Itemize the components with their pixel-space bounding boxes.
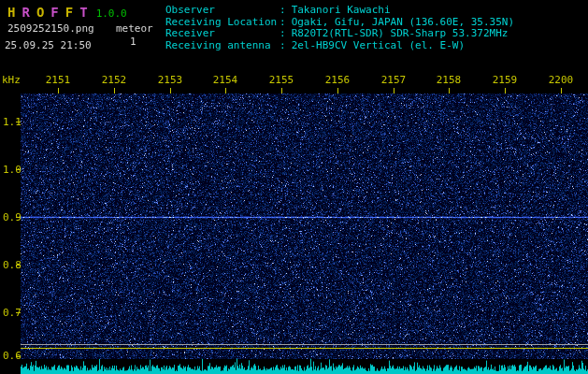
y-tick-label: 1.0 (3, 164, 21, 176)
x-tick-label: 2154 (211, 74, 239, 86)
x-tick-label: 2157 (380, 74, 408, 86)
app-title: HROFFT1.0.0 (7, 5, 127, 20)
output-filename: 2509252150.png (7, 22, 94, 35)
x-tick-label: 2159 (491, 74, 519, 86)
y-tick-label: 1.1 (3, 116, 21, 128)
info-label: Observer (165, 5, 280, 17)
info-value: 2el-HB9CV Vertical (el. E-W) (292, 39, 465, 51)
y-axis-unit-label: kHz (2, 74, 21, 86)
info-value: Ogaki, Gifu, JAPAN (136.60E, 35.35N) (292, 16, 514, 28)
info-row-antenna: Receiving antenna:2el-HB9CV Vertical (el… (165, 40, 514, 52)
station-info: Observer:Takanori Kawachi Receiving Loca… (165, 5, 514, 51)
channel-number: 1 (130, 36, 136, 48)
title-letter: H (7, 5, 15, 20)
info-value: R820T2(RTL-SDR) SDR-Sharp 53.372MHz (292, 27, 509, 39)
y-tick-label: 0.6 (3, 350, 21, 362)
info-colon: : (280, 27, 286, 39)
title-letter: F (65, 5, 73, 20)
info-label: Receiver (165, 28, 280, 40)
title-letter: R (22, 5, 29, 20)
x-tick-label: 2158 (435, 74, 463, 86)
title-letter: O (36, 5, 44, 20)
start-timestamp: 25.09.25 21:50 (5, 39, 92, 51)
hrofft-output: HROFFT1.0.0 2509252150.png meteor 1 25.0… (0, 0, 588, 374)
x-tick-label: 2200 (547, 74, 575, 86)
info-colon: : (280, 16, 286, 28)
y-tick-label: 0.8 (3, 259, 21, 271)
y-tick-label: 0.7 (3, 307, 21, 319)
x-tick-label: 2153 (156, 74, 184, 86)
info-colon: : (280, 39, 286, 51)
mode-label: meteor (116, 22, 153, 35)
x-tick-label: 2155 (267, 74, 295, 86)
info-label: Receiving antenna (165, 40, 280, 52)
x-tick-label: 2151 (44, 74, 72, 86)
spectrogram-canvas (0, 0, 588, 374)
y-tick-label: 0.9 (3, 211, 21, 223)
app-version: 1.0.0 (96, 7, 127, 20)
x-tick-label: 2156 (323, 74, 351, 86)
info-colon: : (280, 4, 286, 16)
title-letter: F (50, 5, 58, 20)
title-letter: T (79, 5, 87, 20)
info-value: Takanori Kawachi (292, 4, 391, 16)
x-tick-label: 2152 (100, 74, 128, 86)
